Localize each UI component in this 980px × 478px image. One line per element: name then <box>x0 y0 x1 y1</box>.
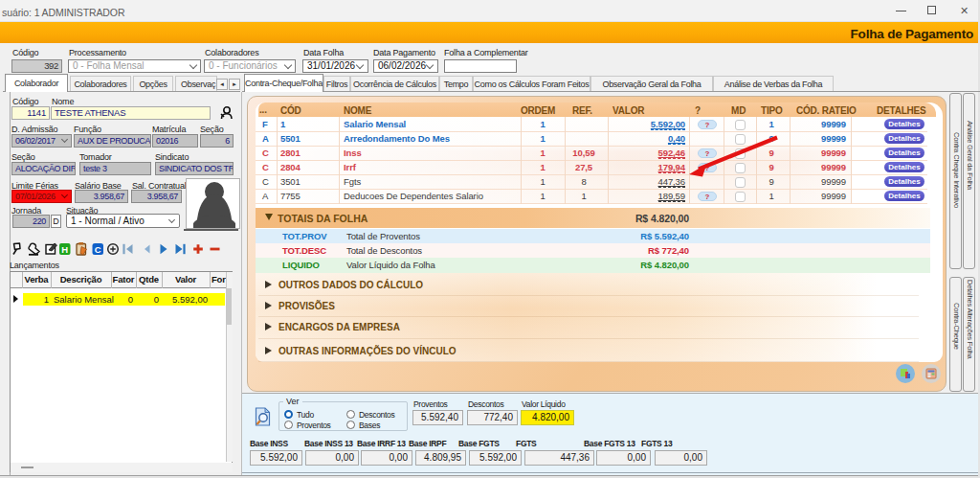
svg-text:H: H <box>61 244 68 255</box>
svg-text:C: C <box>95 244 101 255</box>
